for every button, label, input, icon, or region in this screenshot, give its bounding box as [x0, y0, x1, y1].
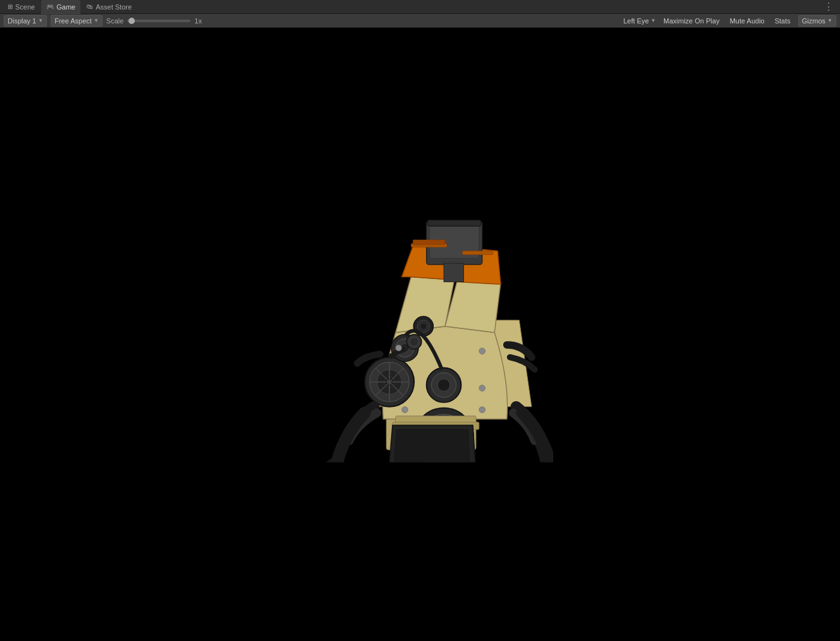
svg-point-37	[395, 345, 401, 351]
tab-scene[interactable]: ⊞ Scene	[3, 0, 40, 14]
svg-rect-6	[427, 220, 480, 226]
gizmos-dropdown[interactable]: Gizmos ▼	[798, 15, 836, 27]
aspect-dropdown-arrow: ▼	[94, 18, 99, 23]
scale-value: 1x	[194, 17, 202, 25]
game-icon: 🎮	[46, 3, 54, 10]
tab-asset-store-label: Asset Store	[96, 3, 132, 11]
gizmos-label: Gizmos	[802, 17, 825, 25]
svg-point-23	[410, 337, 418, 346]
game-viewport	[0, 28, 840, 641]
eye-label: Left Eye	[624, 17, 649, 25]
eye-dropdown[interactable]: Left Eye ▼	[624, 17, 656, 25]
svg-point-41	[479, 406, 485, 413]
svg-point-38	[479, 347, 485, 354]
aspect-label: Free Aspect	[54, 17, 92, 25]
scene-icon: ⊞	[8, 3, 13, 10]
toolbar: Display 1 ▼ Free Aspect ▼ Scale 1x Left …	[0, 14, 840, 28]
svg-point-40	[401, 406, 408, 413]
toolbar-right: Left Eye ▼ Maximize On Play Mute Audio S…	[624, 15, 836, 27]
gizmos-dropdown-arrow: ▼	[827, 18, 832, 23]
tab-scene-label: Scene	[15, 3, 35, 11]
tab-bar: ⊞ Scene 🎮 Game 🛍 Asset Store ⋮	[0, 0, 840, 14]
tab-game[interactable]: 🎮 Game	[41, 0, 80, 14]
scale-slider[interactable]	[127, 20, 191, 22]
display-label: Display 1	[8, 17, 36, 25]
svg-point-34	[437, 378, 450, 391]
maximize-on-play-button[interactable]: Maximize On Play	[661, 16, 722, 25]
toolbar-left: Display 1 ▼ Free Aspect ▼ Scale 1x	[4, 15, 620, 27]
svg-point-39	[479, 385, 485, 391]
scale-slider-thumb	[129, 18, 135, 24]
more-options-button[interactable]: ⋮	[820, 0, 837, 14]
tab-game-label: Game	[56, 3, 75, 11]
svg-rect-7	[444, 263, 463, 282]
asset-store-icon: 🛍	[87, 3, 93, 10]
stats-button[interactable]: Stats	[772, 16, 793, 25]
eye-dropdown-arrow: ▼	[651, 18, 656, 23]
engine-model	[287, 196, 553, 462]
scale-label: Scale	[106, 17, 124, 25]
aspect-dropdown[interactable]: Free Aspect ▼	[51, 15, 103, 27]
scale-slider-container	[127, 20, 191, 22]
mute-audio-button[interactable]: Mute Audio	[727, 16, 767, 25]
svg-point-21	[420, 323, 427, 329]
engine-svg	[287, 196, 553, 462]
svg-rect-44	[462, 251, 493, 254]
svg-rect-43	[413, 239, 445, 244]
tab-asset-store[interactable]: 🛍 Asset Store	[82, 0, 137, 14]
display-dropdown[interactable]: Display 1 ▼	[4, 15, 47, 27]
display-dropdown-arrow: ▼	[38, 18, 43, 23]
